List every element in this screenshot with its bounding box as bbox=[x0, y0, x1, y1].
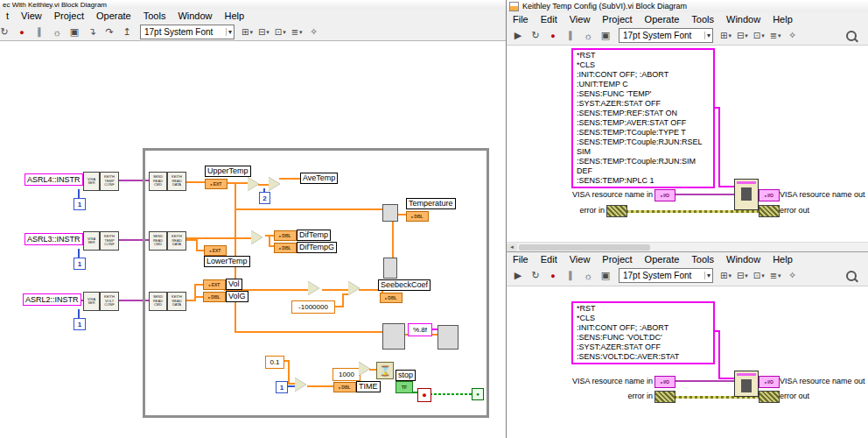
window-title-bar[interactable]: Keithley Temp Config (SubVI).vi Block Di… bbox=[507, 0, 868, 12]
menu-item-view[interactable]: View bbox=[564, 253, 597, 265]
wait-ms-icon[interactable]: ⌛ bbox=[376, 362, 394, 379]
boolean-terminal-stop[interactable]: TF bbox=[396, 381, 413, 393]
scpi-string-constant[interactable]: *RST *CLS :INIT:CONT OFF; :ABORT :SENS:F… bbox=[571, 301, 715, 364]
format-into-string-function[interactable] bbox=[382, 323, 405, 350]
numeric-constant[interactable]: 2 bbox=[259, 192, 270, 204]
reorder-dropdown[interactable]: ≣ ▾ bbox=[290, 25, 304, 39]
wire-segment[interactable] bbox=[718, 330, 720, 379]
highlight-execution-button[interactable]: ☼ bbox=[580, 28, 596, 43]
terminal-ext[interactable]: EXT bbox=[203, 279, 226, 290]
wire-segment[interactable] bbox=[78, 249, 80, 258]
wire-segment[interactable] bbox=[78, 189, 80, 198]
wire-segment[interactable] bbox=[718, 107, 720, 187]
search-icon[interactable] bbox=[846, 271, 857, 281]
control-label-stop[interactable]: stop bbox=[396, 370, 416, 381]
resize-objects-dropdown[interactable]: ⊡ ▾ bbox=[273, 25, 288, 39]
distribute-objects-dropdown[interactable]: ⊟ ▾ bbox=[735, 28, 750, 43]
menu-item-tools[interactable]: Tools bbox=[685, 253, 720, 265]
menu-item-file[interactable]: File bbox=[507, 13, 535, 25]
retain-wire-values-button[interactable]: ▣ bbox=[598, 28, 613, 43]
indicator-label-diftempg[interactable]: DifTempG bbox=[297, 242, 337, 253]
highlight-execution-button[interactable]: ☼ bbox=[49, 25, 65, 39]
indicator-label-diftemp[interactable]: DifTemp bbox=[297, 230, 331, 241]
distribute-objects-dropdown[interactable]: ⊟ ▾ bbox=[735, 268, 750, 283]
scrollbar-thumb[interactable] bbox=[519, 244, 650, 251]
terminal-visa-in[interactable]: I/O bbox=[654, 376, 676, 388]
align-objects-dropdown[interactable]: ⊞ ▾ bbox=[718, 268, 733, 283]
indicator-label-time[interactable]: TIME bbox=[356, 381, 381, 392]
menu-item-project[interactable]: Project bbox=[48, 10, 90, 22]
keithley-read-data-subvi[interactable]: KEITH READ DATA bbox=[167, 292, 186, 311]
abort-button[interactable]: ● bbox=[14, 25, 30, 39]
numeric-constant[interactable]: 1 bbox=[276, 381, 288, 393]
menu-item-window[interactable]: Window bbox=[720, 253, 766, 265]
visa-serial-config-block[interactable]: VISA SER bbox=[83, 231, 100, 251]
send-read-cmd-subvi[interactable]: SEND READ CMD bbox=[149, 172, 167, 191]
visa-serial-config-block[interactable]: VISA SER bbox=[83, 292, 100, 311]
menu-item-view[interactable]: View bbox=[564, 13, 597, 25]
visa-resource-constant[interactable]: ASRL3::INSTR bbox=[24, 233, 83, 245]
run-button[interactable]: ▶ bbox=[510, 268, 526, 283]
terminal-error-out[interactable] bbox=[759, 205, 780, 217]
font-selector[interactable]: 17pt System Font ▾ bbox=[619, 28, 713, 43]
concatenate-strings-function[interactable] bbox=[438, 325, 458, 350]
run-continuous-button[interactable]: ↻ bbox=[528, 28, 543, 43]
numeric-constant[interactable]: 1000 bbox=[332, 368, 360, 381]
menu-item-view[interactable]: View bbox=[15, 10, 48, 22]
search-icon[interactable] bbox=[846, 31, 857, 41]
keithley-temp-config-subvi[interactable]: KEITH TEMP CONF bbox=[100, 172, 119, 191]
menu-item-operate[interactable]: Operate bbox=[639, 13, 686, 25]
send-read-cmd-subvi[interactable]: SEND READ CMD bbox=[149, 292, 167, 311]
step-into-button[interactable]: ↴ bbox=[84, 25, 100, 39]
numeric-constant[interactable]: 1 bbox=[74, 318, 86, 330]
resize-objects-dropdown[interactable]: ⊡ ▾ bbox=[752, 268, 766, 283]
indicator-label-avetemp[interactable]: AveTemp bbox=[300, 173, 338, 184]
menu-item-edit-partial[interactable]: t bbox=[0, 10, 15, 22]
align-objects-dropdown[interactable]: ⊞ ▾ bbox=[718, 28, 733, 43]
send-read-cmd-subvi[interactable]: SEND READ CMD bbox=[149, 231, 167, 251]
cleanup-diagram-button[interactable]: ✧ bbox=[785, 268, 801, 283]
multiply-function[interactable] bbox=[308, 281, 319, 295]
align-objects-dropdown[interactable]: ⊞ ▾ bbox=[240, 25, 255, 39]
visa-write-icon[interactable] bbox=[734, 179, 759, 210]
indicator-label-lowertemp[interactable]: LowerTemp bbox=[204, 256, 250, 267]
run-continuous-button[interactable]: ↻ bbox=[0, 25, 12, 39]
terminal-dbl[interactable]: DBL bbox=[380, 293, 402, 303]
abort-button[interactable]: ● bbox=[545, 268, 561, 283]
numeric-constant[interactable]: 0.1 bbox=[265, 356, 284, 369]
menu-item-project[interactable]: Project bbox=[596, 253, 638, 265]
keithley-read-data-subvi[interactable]: KEITH READ DATA bbox=[167, 231, 186, 251]
terminal-dbl[interactable]: DBL bbox=[333, 382, 356, 392]
numeric-constant[interactable]: -1000000 bbox=[291, 300, 335, 314]
wire-segment[interactable] bbox=[78, 309, 80, 318]
visa-serial-config-block[interactable]: VISA SER bbox=[83, 172, 100, 191]
cleanup-diagram-button[interactable]: ✧ bbox=[785, 28, 801, 43]
terminal-visa-in[interactable]: I/O bbox=[654, 189, 676, 201]
numeric-constant[interactable]: 1 bbox=[74, 258, 86, 270]
cleanup-diagram-button[interactable]: ✧ bbox=[306, 25, 322, 39]
reorder-dropdown[interactable]: ≣ ▾ bbox=[768, 28, 783, 43]
font-selector[interactable]: 17pt System Font ▾ bbox=[140, 25, 234, 39]
menu-item-operate[interactable]: Operate bbox=[639, 253, 686, 265]
divide-function[interactable] bbox=[359, 362, 370, 376]
subtract-function[interactable] bbox=[251, 230, 262, 244]
visa-resource-constant[interactable]: ASRL2::INSTR bbox=[23, 293, 81, 306]
step-out-button[interactable]: ↥ bbox=[119, 25, 135, 39]
menu-item-project[interactable]: Project bbox=[596, 13, 638, 25]
retain-wire-values-button[interactable]: ▣ bbox=[598, 268, 613, 283]
terminal-error-out[interactable] bbox=[759, 391, 780, 403]
terminal-error-in[interactable] bbox=[654, 391, 676, 403]
menu-item-window[interactable]: Window bbox=[720, 13, 766, 25]
keithley-read-data-subvi[interactable]: KEITH READ DATA bbox=[167, 172, 186, 191]
indicator-label-temperature[interactable]: Temperature bbox=[406, 198, 456, 209]
menu-item-operate[interactable]: Operate bbox=[90, 10, 137, 22]
pause-button[interactable]: ∥ bbox=[563, 268, 578, 283]
visa-write-icon[interactable] bbox=[734, 371, 759, 397]
reorder-dropdown[interactable]: ≣ ▾ bbox=[768, 268, 783, 283]
abort-button[interactable]: ● bbox=[545, 28, 561, 43]
terminal-dbl[interactable]: DBL bbox=[274, 230, 297, 241]
visa-resource-constant[interactable]: ASRL4::INSTR bbox=[24, 173, 83, 186]
menu-item-help[interactable]: Help bbox=[766, 253, 799, 265]
menu-item-edit[interactable]: Edit bbox=[535, 13, 564, 25]
loop-condition-terminal[interactable]: ● bbox=[472, 388, 484, 400]
